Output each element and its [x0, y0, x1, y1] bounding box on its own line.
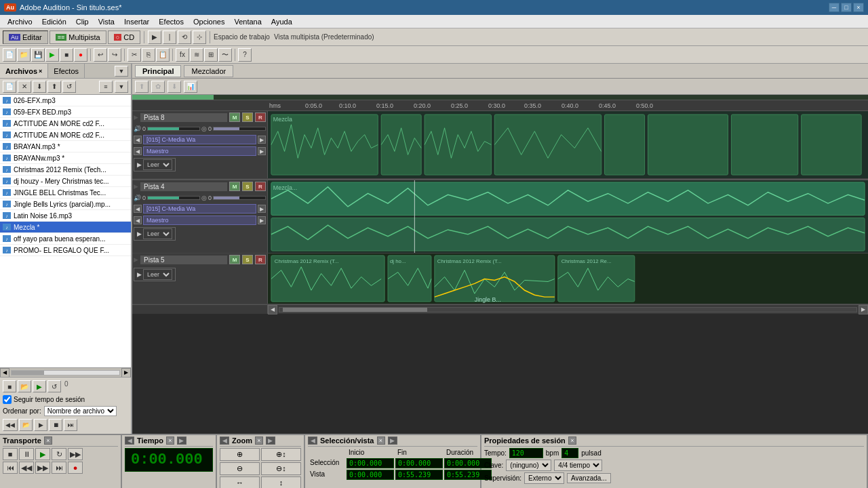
time-close-btn[interactable]: × — [166, 436, 174, 445]
bt2[interactable]: 📂 — [19, 419, 33, 431]
supervision-select[interactable]: Externo — [524, 472, 564, 484]
track2-maestro[interactable]: Maestro — [143, 216, 256, 225]
list-item[interactable]: ♪ ACTITUDE AN MORE cd2 F... — [0, 129, 131, 141]
record-btn[interactable]: ● — [74, 48, 87, 62]
track1-expand[interactable]: ▶ — [134, 114, 138, 121]
loop-btn[interactable]: ↺ — [62, 81, 76, 93]
mini-play-btn[interactable]: ▶ — [33, 380, 46, 392]
selection-close-btn[interactable]: × — [377, 436, 385, 445]
tab-mezclador[interactable]: Mezclador — [184, 65, 233, 77]
session-close-btn[interactable]: × — [568, 436, 576, 445]
clave-select[interactable]: (ninguno) — [506, 460, 551, 471]
track-icon1[interactable]: ⬆ — [135, 81, 149, 93]
help-btn[interactable]: ? — [238, 48, 252, 62]
menu-efectos[interactable]: Efectos — [154, 16, 189, 27]
sel-inicio-val[interactable]: 0:00.000 — [347, 458, 394, 468]
tp-stop-btn[interactable]: ■ — [3, 448, 18, 460]
tp-next-btn[interactable]: ▶▶ — [68, 448, 83, 460]
avanzada-btn[interactable]: Avanzada... — [567, 473, 611, 483]
menu-vista[interactable]: Vista — [94, 16, 119, 27]
track2-rec[interactable]: R — [255, 182, 266, 191]
track2-waveform[interactable]: Mezcla... — [268, 180, 868, 253]
list-item-selected[interactable]: ♪ Mezcla * — [0, 222, 131, 233]
undo-btn[interactable]: ↩ — [94, 48, 107, 62]
delete-file-btn[interactable]: ✕ — [18, 81, 31, 93]
track3-play-mode[interactable]: ▶ Leer — [134, 268, 176, 281]
mini-stop-btn[interactable]: ■ — [3, 380, 16, 392]
copy-btn[interactable]: ⎘ — [142, 48, 155, 62]
scroll-right-btn[interactable]: ▶ — [121, 368, 131, 378]
list-item[interactable]: ♪ ACTITUDE AN MORE cd2 F... — [0, 118, 131, 129]
pointer-tool[interactable]: ▶ — [148, 30, 161, 44]
track3-expand[interactable]: ▶ — [134, 256, 138, 263]
track1-arrow-right[interactable]: ▶ — [258, 136, 266, 144]
track3-mute[interactable]: M — [229, 255, 240, 264]
sel-fin-val[interactable]: 0:00.000 — [395, 458, 443, 468]
menu-edicion[interactable]: Edición — [37, 16, 71, 27]
maximize-button[interactable]: □ — [841, 3, 852, 12]
eq-btn[interactable]: ≋ — [190, 48, 203, 62]
zoom-in-v-btn[interactable]: ⊕↕ — [261, 448, 301, 461]
menu-archivo[interactable]: Archivo — [3, 16, 37, 27]
scroll-thumb[interactable] — [12, 371, 44, 375]
track1-leer-select[interactable]: Leer — [143, 159, 172, 170]
zoom-close-btn[interactable]: × — [255, 436, 263, 445]
tp-next-track-btn[interactable]: ⏭ — [52, 462, 66, 474]
seguir-tempo-input[interactable] — [3, 395, 12, 404]
new-btn[interactable]: 📄 — [3, 48, 16, 62]
tp-prev-track-btn[interactable]: ⏮ — [3, 462, 18, 474]
list-item[interactable]: ♪ Jingle Bells Lyrics (parcial).mp... — [0, 199, 131, 210]
list-item[interactable]: ♪ PROMO- EL REGALO QUE F... — [0, 245, 131, 256]
list-item[interactable]: ♪ 059-EFX BED.mp3 — [0, 106, 131, 118]
tp-pause-btn[interactable]: ⏸ — [19, 448, 34, 460]
track2-play-mode[interactable]: ▶ Leer — [134, 227, 176, 241]
zoom-next-btn[interactable]: ▶ — [266, 436, 275, 445]
tempo-input[interactable] — [509, 448, 543, 458]
new-file-btn[interactable]: 📄 — [3, 81, 16, 93]
track2-volbar[interactable] — [147, 196, 200, 200]
track1-solo[interactable]: S — [242, 113, 253, 122]
fx-btn[interactable]: fx — [176, 48, 189, 62]
stop-btn[interactable]: ■ — [60, 48, 73, 62]
time-next-btn[interactable]: ▶ — [177, 436, 186, 445]
bt3[interactable]: ▶ — [34, 419, 47, 431]
multipista-button[interactable]: ≡≡ Multipista — [50, 30, 106, 44]
track2-ch-right[interactable]: ▶ — [258, 205, 266, 213]
close-button[interactable]: × — [853, 3, 864, 12]
tab-archivos[interactable]: Archivos × — [0, 64, 48, 78]
track2-maestro-right[interactable]: ▶ — [258, 216, 266, 224]
track2-channel[interactable]: [015] C-Media Wa — [143, 204, 256, 214]
list-item[interactable]: ♪ 026-EFX.mp3 — [0, 95, 131, 106]
transport-close-btn[interactable]: × — [44, 436, 52, 445]
panel-menu-btn[interactable]: ▼ — [115, 66, 128, 77]
tab-efectos[interactable]: Efectos — [48, 64, 85, 78]
track3-leer-select[interactable]: Leer — [143, 269, 172, 280]
track2-leer-select[interactable]: Leer — [143, 228, 172, 239]
bt5[interactable]: ⏭ — [64, 419, 77, 431]
pulsos-input[interactable] — [561, 448, 578, 458]
save-btn[interactable]: 💾 — [31, 48, 45, 62]
track1-channel[interactable]: [015] C-Media Wa — [143, 135, 256, 144]
track2-maestro-left[interactable]: ◀ — [134, 216, 142, 224]
menu-clip[interactable]: Clip — [71, 16, 94, 27]
list-item[interactable]: ♪ JINGLE BELL Christmas Tec... — [0, 187, 131, 199]
bt1[interactable]: ◀◀ — [3, 419, 18, 431]
mini-folder-btn[interactable]: 📂 — [18, 380, 31, 392]
seguir-tempo-checkbox[interactable]: Seguir tempo de sesión — [3, 395, 128, 404]
menu-ayuda[interactable]: Ayuda — [267, 16, 297, 27]
export-btn[interactable]: ⬆ — [47, 81, 61, 93]
list-item[interactable]: ♪ BRAYANw.mp3 * — [0, 152, 131, 164]
track1-arrow-left[interactable]: ◀ — [134, 136, 142, 144]
tp-play-btn[interactable]: ▶ — [35, 448, 50, 460]
mini-loop-btn[interactable]: ↺ — [47, 380, 61, 392]
track2-ch-left[interactable]: ◀ — [134, 205, 142, 213]
track2-mute[interactable]: M — [229, 182, 240, 191]
close-archivos-icon[interactable]: × — [39, 68, 42, 75]
bt4[interactable]: ⏹ — [49, 419, 62, 431]
tab-principal[interactable]: Principal — [135, 65, 181, 77]
panel-options-btn[interactable]: ≡ — [99, 81, 113, 93]
track-icon2[interactable]: ✿ — [151, 81, 165, 93]
h-scrollbar[interactable]: ◀ ▶ — [132, 304, 868, 314]
track2-panbar[interactable] — [213, 196, 266, 200]
select-tool[interactable]: ⊹ — [193, 30, 206, 44]
